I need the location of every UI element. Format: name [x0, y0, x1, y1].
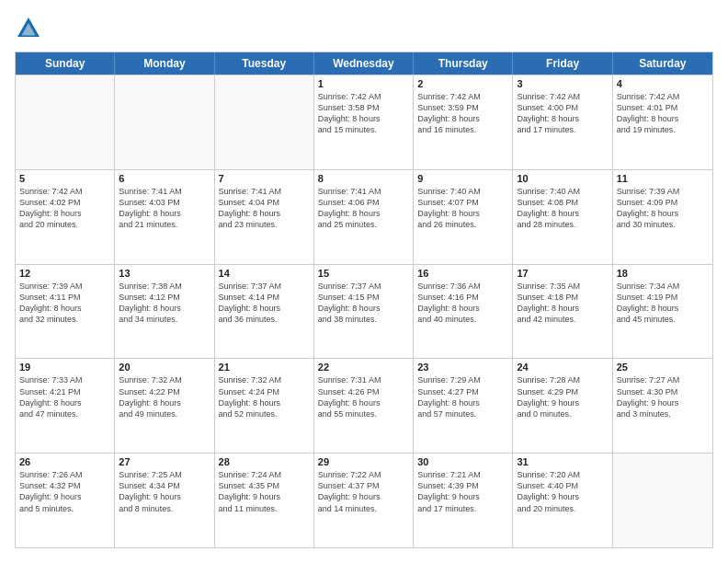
calendar-cell-5-2: 27Sunrise: 7:25 AM Sunset: 4:34 PM Dayli…: [115, 454, 214, 547]
day-info: Sunrise: 7:20 AM Sunset: 4:40 PM Dayligh…: [517, 469, 608, 514]
calendar-cell-2-2: 6Sunrise: 7:41 AM Sunset: 4:03 PM Daylig…: [115, 170, 214, 264]
day-info: Sunrise: 7:42 AM Sunset: 3:59 PM Dayligh…: [417, 91, 508, 136]
day-info: Sunrise: 7:39 AM Sunset: 4:09 PM Dayligh…: [617, 186, 709, 231]
day-info: Sunrise: 7:32 AM Sunset: 4:22 PM Dayligh…: [119, 374, 210, 419]
calendar-cell-3-5: 16Sunrise: 7:36 AM Sunset: 4:16 PM Dayli…: [414, 265, 513, 359]
day-number: 27: [119, 456, 210, 467]
calendar-cell-2-4: 8Sunrise: 7:41 AM Sunset: 4:06 PM Daylig…: [314, 170, 414, 264]
day-info: Sunrise: 7:41 AM Sunset: 4:04 PM Dayligh…: [219, 186, 310, 231]
calendar-cell-4-3: 21Sunrise: 7:32 AM Sunset: 4:24 PM Dayli…: [215, 359, 314, 453]
calendar-cell-1-1: [16, 75, 115, 169]
day-info: Sunrise: 7:29 AM Sunset: 4:27 PM Dayligh…: [417, 374, 508, 419]
day-number: 25: [617, 362, 709, 373]
day-number: 5: [19, 173, 110, 184]
day-number: 28: [219, 456, 310, 467]
day-info: Sunrise: 7:42 AM Sunset: 4:00 PM Dayligh…: [517, 91, 608, 136]
day-number: 14: [219, 268, 310, 279]
day-info: Sunrise: 7:33 AM Sunset: 4:21 PM Dayligh…: [19, 374, 110, 419]
logo-icon: [15, 15, 42, 42]
header-day-wednesday: Wednesday: [314, 52, 414, 75]
page: SundayMondayTuesdayWednesdayThursdayFrid…: [0, 0, 728, 563]
day-info: Sunrise: 7:36 AM Sunset: 4:16 PM Dayligh…: [417, 281, 508, 326]
day-number: 15: [318, 268, 409, 279]
calendar-cell-5-3: 28Sunrise: 7:24 AM Sunset: 4:35 PM Dayli…: [215, 454, 314, 547]
day-number: 23: [417, 362, 508, 373]
day-number: 9: [417, 173, 508, 184]
day-info: Sunrise: 7:25 AM Sunset: 4:34 PM Dayligh…: [119, 469, 210, 514]
calendar-cell-1-6: 3Sunrise: 7:42 AM Sunset: 4:00 PM Daylig…: [513, 75, 612, 169]
calendar-cell-3-3: 14Sunrise: 7:37 AM Sunset: 4:14 PM Dayli…: [215, 265, 314, 359]
day-info: Sunrise: 7:31 AM Sunset: 4:26 PM Dayligh…: [318, 374, 409, 419]
day-number: 29: [318, 456, 409, 467]
calendar-cell-5-1: 26Sunrise: 7:26 AM Sunset: 4:32 PM Dayli…: [16, 454, 115, 547]
calendar-row-1: 1Sunrise: 7:42 AM Sunset: 3:58 PM Daylig…: [16, 75, 712, 169]
calendar-cell-4-7: 25Sunrise: 7:27 AM Sunset: 4:30 PM Dayli…: [613, 359, 712, 453]
day-info: Sunrise: 7:27 AM Sunset: 4:30 PM Dayligh…: [617, 374, 709, 419]
day-number: 10: [517, 173, 608, 184]
calendar-cell-2-3: 7Sunrise: 7:41 AM Sunset: 4:04 PM Daylig…: [215, 170, 314, 264]
header-day-thursday: Thursday: [414, 52, 513, 75]
day-number: 12: [19, 268, 110, 279]
day-info: Sunrise: 7:40 AM Sunset: 4:08 PM Dayligh…: [517, 186, 608, 231]
calendar-cell-2-1: 5Sunrise: 7:42 AM Sunset: 4:02 PM Daylig…: [16, 170, 115, 264]
day-info: Sunrise: 7:42 AM Sunset: 4:01 PM Dayligh…: [617, 91, 709, 136]
day-info: Sunrise: 7:41 AM Sunset: 4:03 PM Dayligh…: [119, 186, 210, 231]
day-number: 18: [617, 268, 709, 279]
day-info: Sunrise: 7:40 AM Sunset: 4:07 PM Dayligh…: [417, 186, 508, 231]
day-number: 3: [517, 78, 608, 89]
day-info: Sunrise: 7:41 AM Sunset: 4:06 PM Dayligh…: [318, 186, 409, 231]
day-number: 4: [617, 78, 709, 89]
day-number: 13: [119, 268, 210, 279]
day-info: Sunrise: 7:39 AM Sunset: 4:11 PM Dayligh…: [19, 281, 110, 326]
calendar: SundayMondayTuesdayWednesdayThursdayFrid…: [15, 52, 713, 548]
day-number: 8: [318, 173, 409, 184]
day-number: 26: [19, 456, 110, 467]
calendar-cell-5-7: [613, 454, 712, 547]
day-info: Sunrise: 7:21 AM Sunset: 4:39 PM Dayligh…: [417, 469, 508, 514]
day-info: Sunrise: 7:35 AM Sunset: 4:18 PM Dayligh…: [517, 281, 608, 326]
day-info: Sunrise: 7:26 AM Sunset: 4:32 PM Dayligh…: [19, 469, 110, 514]
header: [15, 15, 713, 42]
day-info: Sunrise: 7:34 AM Sunset: 4:19 PM Dayligh…: [617, 281, 709, 326]
calendar-cell-4-4: 22Sunrise: 7:31 AM Sunset: 4:26 PM Dayli…: [314, 359, 414, 453]
calendar-cell-3-1: 12Sunrise: 7:39 AM Sunset: 4:11 PM Dayli…: [16, 265, 115, 359]
day-number: 1: [318, 78, 409, 89]
calendar-cell-1-2: [115, 75, 214, 169]
day-number: 6: [119, 173, 210, 184]
calendar-cell-2-5: 9Sunrise: 7:40 AM Sunset: 4:07 PM Daylig…: [414, 170, 513, 264]
calendar-cell-2-6: 10Sunrise: 7:40 AM Sunset: 4:08 PM Dayli…: [513, 170, 612, 264]
header-day-tuesday: Tuesday: [215, 52, 314, 75]
calendar-cell-4-6: 24Sunrise: 7:28 AM Sunset: 4:29 PM Dayli…: [513, 359, 612, 453]
day-number: 2: [417, 78, 508, 89]
calendar-cell-1-5: 2Sunrise: 7:42 AM Sunset: 3:59 PM Daylig…: [414, 75, 513, 169]
calendar-cell-3-4: 15Sunrise: 7:37 AM Sunset: 4:15 PM Dayli…: [314, 265, 414, 359]
header-day-monday: Monday: [115, 52, 214, 75]
calendar-cell-4-5: 23Sunrise: 7:29 AM Sunset: 4:27 PM Dayli…: [414, 359, 513, 453]
calendar-cell-1-7: 4Sunrise: 7:42 AM Sunset: 4:01 PM Daylig…: [613, 75, 712, 169]
calendar-cell-1-3: [215, 75, 314, 169]
day-info: Sunrise: 7:32 AM Sunset: 4:24 PM Dayligh…: [219, 374, 310, 419]
day-number: 20: [119, 362, 210, 373]
day-info: Sunrise: 7:42 AM Sunset: 3:58 PM Dayligh…: [318, 91, 409, 136]
header-day-saturday: Saturday: [613, 52, 712, 75]
calendar-cell-5-4: 29Sunrise: 7:22 AM Sunset: 4:37 PM Dayli…: [314, 454, 414, 547]
day-number: 30: [417, 456, 508, 467]
calendar-cell-4-2: 20Sunrise: 7:32 AM Sunset: 4:22 PM Dayli…: [115, 359, 214, 453]
day-number: 17: [517, 268, 608, 279]
day-number: 7: [219, 173, 310, 184]
calendar-row-2: 5Sunrise: 7:42 AM Sunset: 4:02 PM Daylig…: [16, 169, 712, 264]
calendar-row-5: 26Sunrise: 7:26 AM Sunset: 4:32 PM Dayli…: [16, 453, 712, 547]
day-info: Sunrise: 7:37 AM Sunset: 4:14 PM Dayligh…: [219, 281, 310, 326]
day-number: 24: [517, 362, 608, 373]
day-number: 31: [517, 456, 608, 467]
day-info: Sunrise: 7:28 AM Sunset: 4:29 PM Dayligh…: [517, 374, 608, 419]
calendar-row-3: 12Sunrise: 7:39 AM Sunset: 4:11 PM Dayli…: [16, 264, 712, 359]
day-number: 21: [219, 362, 310, 373]
day-number: 11: [617, 173, 709, 184]
day-info: Sunrise: 7:42 AM Sunset: 4:02 PM Dayligh…: [19, 186, 110, 231]
logo: [15, 15, 46, 42]
calendar-cell-4-1: 19Sunrise: 7:33 AM Sunset: 4:21 PM Dayli…: [16, 359, 115, 453]
day-info: Sunrise: 7:24 AM Sunset: 4:35 PM Dayligh…: [219, 469, 310, 514]
day-number: 19: [19, 362, 110, 373]
calendar-cell-1-4: 1Sunrise: 7:42 AM Sunset: 3:58 PM Daylig…: [314, 75, 414, 169]
